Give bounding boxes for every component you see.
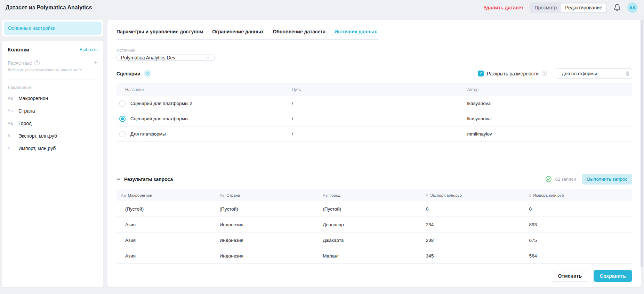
footer-actions: Отменить Сохранить: [116, 264, 632, 282]
table-row: Азия Индонезия Джакарта 238 675: [116, 232, 632, 248]
tab-data-source[interactable]: Источник данных: [335, 29, 377, 34]
number-type-icon: #: [8, 133, 14, 138]
string-type-icon: Аа: [220, 193, 225, 197]
radio-unchecked[interactable]: [119, 100, 126, 107]
scenarios-table-header: Название Путь Автор: [116, 83, 632, 96]
scenario-row-selected[interactable]: Сценарий для платформы / lkasyanova: [116, 111, 632, 126]
records-count: 62 записи: [555, 177, 576, 182]
calculated-help-icon[interactable]: ?: [34, 60, 40, 65]
radio-unchecked[interactable]: [119, 131, 126, 137]
scenario-search: ✕: [556, 68, 632, 79]
results-table-header: АаМакрорегион АаСтрана АаГород #Экспорт,…: [116, 189, 632, 201]
delete-dataset-button[interactable]: Удалить датасет: [483, 5, 523, 10]
content-area: Основные настройки Колонки Выбрать Расче…: [0, 15, 644, 290]
header-author: Автор: [467, 87, 632, 92]
add-calculated-column-button[interactable]: +: [94, 59, 98, 66]
view-mode-button[interactable]: Просмотр: [530, 3, 561, 12]
column-item-city[interactable]: Аа Город: [8, 117, 98, 130]
results-title: Результаты запроса: [124, 177, 173, 182]
scenarios-toolbar: Сценарии 3 ✓ Раскрыть размерности ? ✕: [116, 68, 632, 79]
expand-dimensions-help-icon[interactable]: ?: [542, 71, 547, 76]
column-item-country[interactable]: Аа Страна: [8, 105, 98, 117]
string-type-icon: Аа: [323, 193, 328, 197]
number-type-icon: #: [426, 193, 428, 197]
scenario-search-input[interactable]: [562, 71, 623, 76]
vertical-scrollbar[interactable]: [641, 20, 643, 267]
scenarios-table: Название Путь Автор Сценарий для платфор…: [116, 83, 632, 142]
sidebar-nav-card: Основные настройки: [2, 20, 103, 36]
save-button[interactable]: Сохранить: [594, 270, 632, 282]
radio-checked[interactable]: [119, 116, 126, 122]
scenario-row[interactable]: Для платформы / mmikhaylov: [116, 126, 632, 142]
number-type-icon: #: [8, 146, 14, 151]
sidebar-columns-card: Колонки Выбрать Расчетные ? + Добавьте р…: [2, 41, 103, 287]
scenarios-title: Сценарии: [116, 71, 140, 76]
tab-dataset-refresh[interactable]: Обновление датасета: [273, 29, 325, 34]
mode-switcher: Просмотр Редактирование: [530, 2, 607, 13]
tab-data-restriction[interactable]: Ограничение данных: [212, 29, 264, 34]
results-table: АаМакрорегион АаСтрана АаГород #Экспорт,…: [116, 189, 632, 264]
string-type-icon: Аа: [8, 108, 14, 113]
edit-mode-button[interactable]: Редактирование: [561, 3, 606, 12]
columns-select-link[interactable]: Выбрать: [80, 47, 98, 52]
main-panel: Параметры и управление доступом Ограниче…: [107, 20, 641, 287]
column-item-export[interactable]: # Экспорт, млн.руб: [8, 130, 98, 142]
chevron-down-icon: [116, 177, 121, 181]
local-columns-label: Локальные: [8, 85, 98, 90]
sidebar-item-main-settings[interactable]: Основные настройки: [4, 22, 102, 35]
table-row: Азия Индонезия Маланг 345 564: [116, 248, 632, 264]
results-toolbar: Результаты запроса 62 записи Выполнить з…: [116, 174, 632, 185]
source-select[interactable]: Polymatica Analytics Dev: [116, 55, 215, 61]
column-item-macroregion[interactable]: Аа Макрорегион: [8, 92, 98, 105]
run-query-button[interactable]: Выполнить запрос: [582, 174, 632, 185]
scenarios-count-badge: 3: [144, 70, 151, 77]
header-path: Путь: [292, 87, 467, 92]
top-bar-actions: Удалить датасет Просмотр Редактирование …: [483, 2, 638, 13]
string-type-icon: Аа: [8, 121, 14, 126]
scenario-row[interactable]: Сценарий для платформы 2 / lkasyanova: [116, 96, 632, 111]
tabs-bar: Параметры и управление доступом Ограниче…: [116, 29, 379, 40]
cancel-button[interactable]: Отменить: [552, 270, 588, 282]
chevron-down-icon: [206, 56, 210, 60]
clear-search-icon[interactable]: ✕: [626, 71, 629, 76]
string-type-icon: Аа: [121, 193, 126, 197]
calculated-hint: Добавьте расчетную колонку, нажав на "+": [8, 68, 98, 72]
notifications-bell-icon[interactable]: [613, 4, 621, 11]
sidebar: Основные настройки Колонки Выбрать Расче…: [2, 20, 103, 287]
column-item-import[interactable]: # Импорт, млн,руб: [8, 142, 98, 155]
tab-parameters-access[interactable]: Параметры и управление доступом: [116, 29, 203, 34]
columns-title: Колонки: [8, 47, 29, 52]
calculated-label: Расчетные: [8, 60, 32, 66]
number-type-icon: #: [529, 193, 531, 197]
string-type-icon: Аа: [8, 96, 14, 101]
table-row: Азия Индонезия Денпасар 234 893: [116, 217, 632, 232]
page-title: Датасет из Polymatica Analytics: [6, 5, 92, 11]
top-bar: Датасет из Polymatica Analytics Удалить …: [0, 0, 644, 15]
header-name: Название: [116, 87, 292, 92]
sidebar-divider: [8, 80, 98, 80]
avatar[interactable]: AA: [627, 2, 638, 13]
source-label: Источник: [116, 48, 632, 53]
expand-dimensions-checkbox[interactable]: ✓: [478, 71, 484, 76]
expand-dimensions-label: Раскрыть размерности: [487, 71, 539, 76]
table-row: (Пустой) (Пустой) (Пустой) 0 0: [116, 201, 632, 217]
results-collapse-toggle[interactable]: Результаты запроса: [116, 177, 173, 182]
success-check-icon: [545, 176, 552, 182]
